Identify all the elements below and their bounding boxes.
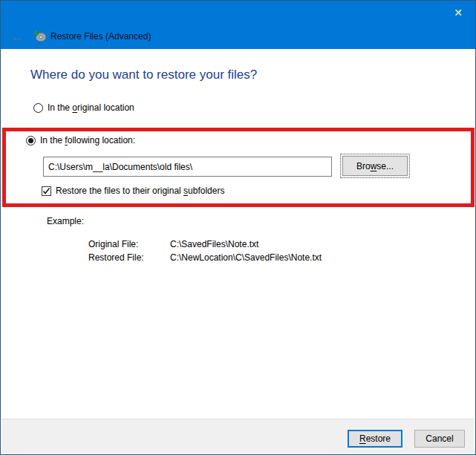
example-original-file-row: Original File: C:\SavedFiles\Note.txt	[88, 239, 258, 249]
window-title: Restore Files (Advanced)	[50, 31, 151, 42]
example-label: Example:	[47, 216, 84, 226]
example-restored-file-value: C:\NewLocation\C\SavedFiles\Note.txt	[170, 252, 322, 263]
radio-following-location[interactable]: In the following location:	[26, 135, 135, 145]
browse-button-focus-frame: Browse...	[340, 154, 410, 178]
radio-original-location[interactable]: In the original location	[33, 102, 134, 113]
example-original-file-value: C:\SavedFiles\Note.txt	[170, 239, 258, 249]
radio-selected-icon[interactable]	[26, 136, 36, 145]
checkbox-subfolders-label: Restore the files to their original subf…	[56, 186, 224, 196]
restore-files-dialog: ✕ ← Restore Files (Advanced) Where do yo…	[0, 0, 476, 455]
restore-button[interactable]: Restore	[348, 430, 402, 448]
browse-button[interactable]: Browse...	[342, 156, 408, 176]
dialog-footer	[1, 419, 475, 454]
back-icon[interactable]: ←	[7, 27, 27, 45]
radio-original-label: In the original location	[48, 102, 134, 113]
page-title: Where do you want to restore your files?	[30, 68, 257, 82]
titlebar: ✕ ← Restore Files (Advanced)	[1, 1, 475, 49]
radio-following-label: In the following location:	[40, 135, 135, 145]
cancel-button[interactable]: Cancel	[414, 430, 465, 448]
close-icon[interactable]: ✕	[446, 4, 471, 22]
restore-location-input[interactable]	[43, 157, 332, 177]
checkbox-checked-icon[interactable]	[42, 186, 51, 196]
checkbox-restore-subfolders[interactable]: Restore the files to their original subf…	[42, 186, 224, 196]
check-icon	[42, 187, 50, 195]
example-restored-file-name: Restored File:	[88, 252, 170, 263]
example-original-file-name: Original File:	[88, 239, 170, 249]
radio-unselected-icon[interactable]	[33, 103, 43, 113]
restore-files-app-icon	[33, 29, 47, 42]
example-restored-file-row: Restored File: C:\NewLocation\C\SavedFil…	[88, 252, 322, 263]
